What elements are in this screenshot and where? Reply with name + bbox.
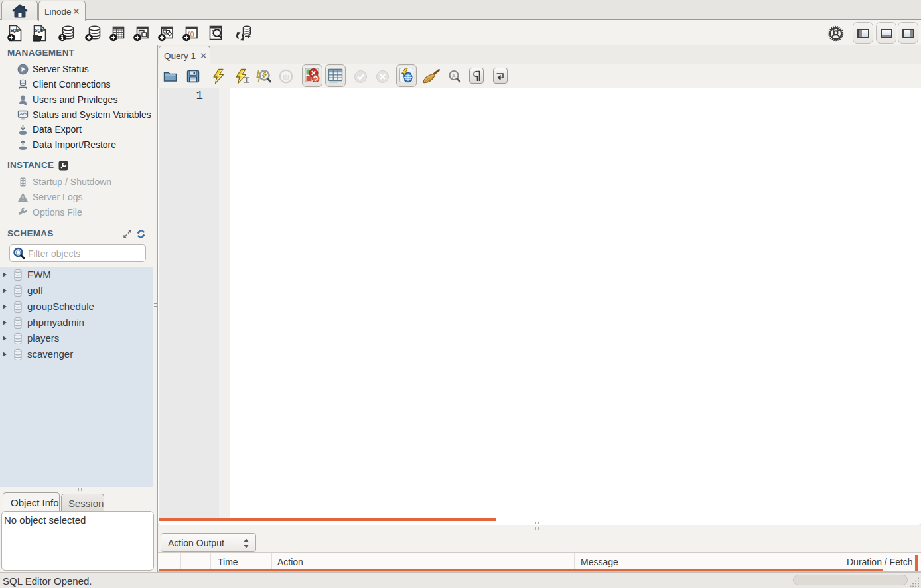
svg-text:A: A <box>452 73 456 79</box>
svg-text:(): () <box>190 31 194 37</box>
svg-text:SQL: SQL <box>11 28 19 33</box>
svg-text:SQL: SQL <box>35 28 44 33</box>
